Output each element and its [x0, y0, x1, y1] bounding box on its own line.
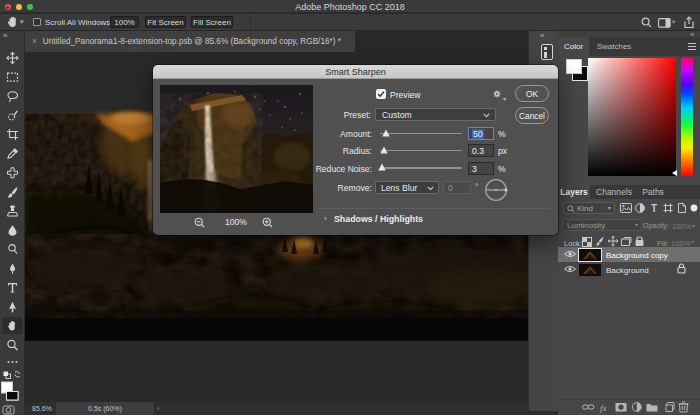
svg-text:T: T [651, 203, 657, 214]
svg-text:fx: fx [600, 403, 607, 413]
